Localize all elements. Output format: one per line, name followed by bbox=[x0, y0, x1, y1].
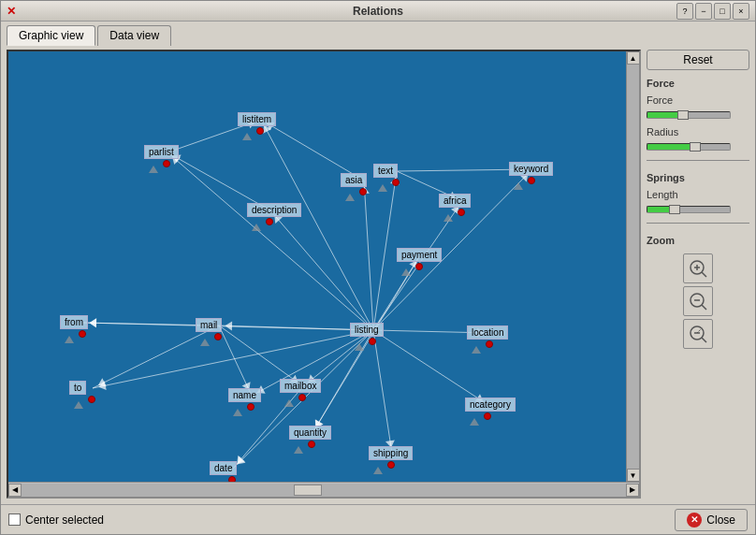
force-slider-thumb[interactable] bbox=[677, 110, 689, 120]
center-selected-checkbox[interactable] bbox=[8, 513, 21, 526]
minimize-button[interactable]: − bbox=[695, 3, 712, 20]
window-close-icon[interactable]: ✕ bbox=[7, 5, 16, 18]
vertical-scrollbar[interactable]: ▲ ▼ bbox=[626, 51, 639, 482]
node-dot-location bbox=[486, 340, 493, 348]
svg-marker-72 bbox=[284, 399, 294, 407]
radius-slider-track[interactable] bbox=[647, 143, 731, 151]
node-parlist[interactable]: parlist bbox=[144, 145, 179, 159]
help-button[interactable]: ? bbox=[676, 3, 693, 20]
node-date[interactable]: date bbox=[210, 461, 237, 475]
scroll-left-button[interactable]: ◀ bbox=[8, 484, 22, 497]
node-asia[interactable]: asia bbox=[341, 173, 367, 187]
svg-marker-23 bbox=[98, 381, 106, 390]
close-icon: ✕ bbox=[687, 513, 702, 528]
svg-marker-61 bbox=[345, 194, 355, 201]
radius-slider-thumb[interactable] bbox=[690, 142, 701, 152]
tab-data-view[interactable]: Data view bbox=[97, 25, 171, 46]
svg-marker-65 bbox=[401, 268, 411, 276]
node-dot-mail bbox=[214, 333, 222, 340]
svg-line-4 bbox=[373, 171, 397, 330]
svg-marker-66 bbox=[65, 336, 74, 343]
springs-section-label: Springs bbox=[647, 172, 749, 183]
content-area: listitemparlisttextasiakeyworddescriptio… bbox=[1, 46, 755, 504]
node-ncategory[interactable]: ncategory bbox=[465, 398, 516, 412]
graph-panel: listitemparlisttextasiakeyworddescriptio… bbox=[7, 50, 641, 499]
svg-line-26 bbox=[303, 330, 373, 386]
node-dot-description bbox=[266, 218, 273, 225]
length-slider-row bbox=[647, 206, 749, 213]
scroll-track-v[interactable] bbox=[627, 65, 640, 469]
node-payment[interactable]: payment bbox=[397, 248, 442, 262]
svg-line-0 bbox=[261, 120, 373, 330]
node-dot-africa bbox=[458, 209, 465, 216]
node-shipping[interactable]: shipping bbox=[369, 446, 413, 460]
node-description[interactable]: description bbox=[247, 203, 301, 217]
node-dot-listitem bbox=[256, 127, 264, 135]
node-listing[interactable]: listing bbox=[350, 323, 384, 337]
titlebar-left: ✕ bbox=[7, 5, 16, 18]
svg-marker-1 bbox=[263, 125, 271, 134]
svg-marker-70 bbox=[74, 401, 83, 409]
svg-marker-74 bbox=[294, 446, 303, 454]
tab-graphic-view[interactable]: Graphic view bbox=[7, 25, 95, 46]
scroll-down-button[interactable]: ▼ bbox=[627, 469, 640, 482]
node-dot-name bbox=[247, 403, 254, 411]
svg-line-6 bbox=[364, 181, 373, 330]
svg-line-48 bbox=[219, 325, 303, 386]
svg-marker-19 bbox=[225, 321, 232, 330]
node-mail[interactable]: mail bbox=[196, 318, 222, 332]
svg-line-82 bbox=[702, 305, 706, 310]
node-listitem[interactable]: listitem bbox=[238, 112, 276, 126]
node-dot-asia bbox=[359, 188, 367, 195]
node-africa[interactable]: africa bbox=[439, 194, 471, 208]
svg-marker-69 bbox=[472, 346, 481, 354]
length-slider-track[interactable] bbox=[647, 206, 731, 213]
node-quantity[interactable]: quantity bbox=[289, 426, 331, 440]
scroll-thumb-h[interactable] bbox=[294, 484, 322, 496]
svg-marker-59 bbox=[149, 166, 158, 173]
node-text[interactable]: text bbox=[373, 164, 398, 178]
svg-marker-73 bbox=[470, 418, 479, 426]
svg-marker-35 bbox=[238, 456, 246, 465]
zoom-controls bbox=[647, 253, 749, 349]
svg-marker-17 bbox=[89, 318, 96, 327]
scroll-track-h[interactable] bbox=[22, 484, 626, 497]
scroll-up-button[interactable]: ▲ bbox=[627, 51, 640, 65]
close-button[interactable]: × bbox=[733, 3, 749, 20]
force-slider-track[interactable] bbox=[647, 111, 731, 119]
svg-marker-71 bbox=[233, 409, 242, 416]
close-button-bottom[interactable]: ✕ Close bbox=[675, 509, 748, 531]
titlebar-right: ? − □ × bbox=[676, 3, 749, 20]
length-slider-thumb[interactable] bbox=[669, 205, 680, 214]
force-section-label: Force bbox=[647, 78, 749, 89]
svg-line-10 bbox=[270, 210, 373, 330]
node-name[interactable]: name bbox=[228, 388, 261, 402]
svg-line-28 bbox=[373, 330, 488, 405]
node-dot-mailbox bbox=[298, 394, 306, 401]
scroll-right-button[interactable]: ▶ bbox=[626, 484, 639, 497]
node-dot-ncategory bbox=[484, 412, 491, 420]
force-label: Force bbox=[647, 94, 749, 106]
svg-marker-67 bbox=[200, 339, 210, 346]
node-dot-parlist bbox=[163, 160, 170, 167]
node-from[interactable]: from bbox=[60, 315, 88, 329]
zoom-out-button[interactable] bbox=[683, 286, 713, 316]
main-window: ✕ Relations ? − □ × Graphic view Data vi… bbox=[0, 0, 756, 535]
node-keyword[interactable]: keyword bbox=[509, 162, 553, 176]
zoom-in-button[interactable] bbox=[683, 253, 713, 283]
radius-label: Radius bbox=[647, 126, 749, 137]
divider-2 bbox=[647, 223, 749, 224]
graph-svg bbox=[8, 51, 626, 482]
graph-row: listitemparlisttextasiakeyworddescriptio… bbox=[8, 51, 639, 482]
maximize-button[interactable]: □ bbox=[714, 3, 731, 20]
node-to[interactable]: to bbox=[69, 381, 86, 395]
graph-bottom: ◀ ▶ bbox=[8, 482, 639, 497]
node-mailbox[interactable]: mailbox bbox=[280, 379, 321, 393]
zoom-reset-button[interactable] bbox=[683, 319, 713, 349]
node-dot-quantity bbox=[308, 441, 315, 448]
center-selected-row: Center selected bbox=[8, 513, 104, 527]
right-panel: Reset Force Force Radius Springs Length bbox=[647, 50, 749, 499]
node-location[interactable]: location bbox=[467, 325, 508, 340]
graph-canvas[interactable]: listitemparlisttextasiakeyworddescriptio… bbox=[8, 51, 626, 482]
reset-button[interactable]: Reset bbox=[647, 50, 749, 70]
